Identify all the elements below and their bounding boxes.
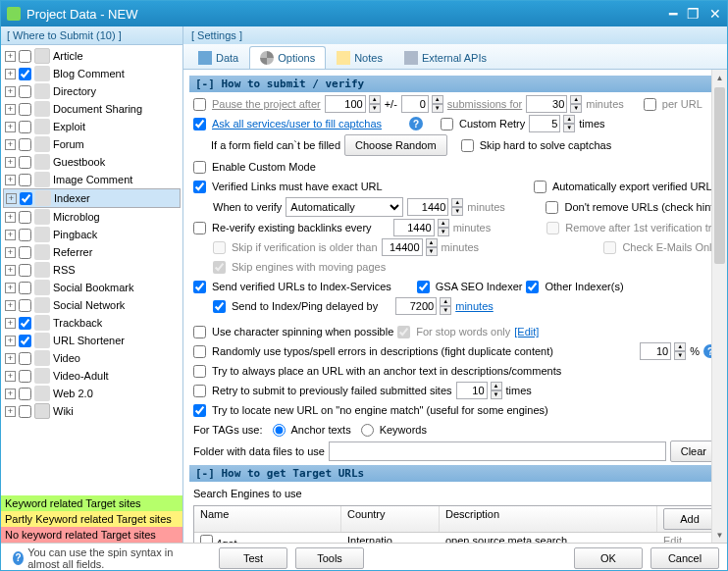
expand-icon[interactable]: +	[5, 353, 16, 364]
table-row[interactable]: 4get Internatio open source meta search …	[194, 533, 716, 543]
edit-stopwords-link[interactable]: [Edit]	[514, 326, 539, 337]
when-verify-select[interactable]: Automatically	[286, 197, 403, 217]
category-checkbox[interactable]	[19, 138, 31, 151]
tree-item-microblog[interactable]: +Microblog	[3, 208, 181, 226]
category-checkbox[interactable]	[19, 405, 31, 418]
retry-failed-checkbox[interactable]	[193, 385, 206, 397]
ask-captcha-checkbox[interactable]	[193, 118, 206, 130]
ping-delay-input[interactable]	[395, 297, 437, 315]
maximize-icon[interactable]: ❐	[687, 6, 700, 22]
send-ping-delayed-checkbox[interactable]	[213, 300, 226, 313]
pause-count-input[interactable]	[325, 95, 366, 113]
tree-item-pingback[interactable]: +Pingback	[3, 226, 181, 243]
add-button[interactable]: Add	[663, 508, 716, 530]
category-checkbox[interactable]	[19, 211, 31, 224]
ok-button[interactable]: OK	[574, 547, 643, 569]
variance-input[interactable]	[401, 95, 429, 113]
expand-icon[interactable]: +	[5, 139, 16, 150]
send-index-services-checkbox[interactable]	[193, 281, 206, 293]
expand-icon[interactable]: +	[5, 230, 16, 240]
enable-custom-mode-checkbox[interactable]	[193, 161, 206, 174]
spinner[interactable]: ▲▼	[438, 219, 449, 236]
spinner[interactable]: ▲▼	[440, 297, 451, 315]
expand-icon[interactable]: +	[5, 265, 16, 276]
category-checkbox[interactable]	[19, 103, 31, 116]
submissions-for-link[interactable]: submissions for	[447, 98, 522, 110]
minutes-link[interactable]: minutes	[455, 300, 494, 312]
spinner[interactable]: ▲▼	[432, 95, 443, 113]
auto-export-checkbox[interactable]	[534, 181, 546, 193]
category-checkbox[interactable]	[20, 192, 32, 205]
col-country[interactable]: Country	[341, 506, 440, 532]
submissions-minutes-input[interactable]	[526, 95, 567, 113]
anchor-texts-radio[interactable]	[273, 424, 286, 437]
spinner[interactable]: ▲▼	[426, 238, 438, 256]
cancel-button[interactable]: Cancel	[650, 547, 719, 569]
char-spinning-checkbox[interactable]	[193, 326, 206, 338]
tree-item-image-comment[interactable]: +Image Comment	[3, 171, 181, 188]
category-checkbox[interactable]	[19, 156, 31, 169]
expand-icon[interactable]: +	[5, 318, 16, 329]
typos-pct-input[interactable]	[640, 342, 671, 360]
category-checkbox[interactable]	[19, 85, 31, 98]
expand-icon[interactable]: +	[5, 371, 16, 382]
other-indexer-checkbox[interactable]	[526, 281, 539, 293]
engine-checkbox[interactable]	[200, 535, 213, 543]
expand-icon[interactable]: +	[5, 69, 16, 79]
tree-item-wiki[interactable]: +Wiki	[3, 402, 181, 420]
section-target-urls[interactable]: [-] How to get Target URLs	[189, 465, 721, 482]
verified-links-exact-checkbox[interactable]	[193, 181, 206, 193]
tree-item-url-shortener[interactable]: +URL Shortener	[3, 332, 181, 349]
tree-item-social-bookmark[interactable]: +Social Bookmark	[3, 279, 181, 296]
custom-retry-checkbox[interactable]	[441, 118, 453, 130]
expand-icon[interactable]: +	[5, 175, 16, 185]
pause-project-link[interactable]: Pause the project after	[212, 98, 321, 110]
spinner[interactable]: ▲▼	[451, 198, 463, 216]
typos-checkbox[interactable]	[193, 345, 206, 358]
pause-project-checkbox[interactable]	[193, 98, 206, 111]
choose-random-button[interactable]: Choose Random	[344, 134, 447, 156]
expand-icon[interactable]: +	[5, 157, 16, 168]
section-how-submit[interactable]: [-] How to submit / verify	[189, 76, 721, 92]
tab-external-apis[interactable]: External APIs	[393, 46, 497, 69]
scroll-down-icon[interactable]: ▼	[712, 527, 727, 543]
category-checkbox[interactable]	[19, 121, 31, 133]
expand-icon[interactable]: +	[5, 104, 16, 115]
tree-item-exploit[interactable]: +Exploit	[3, 118, 181, 135]
expand-icon[interactable]: +	[5, 122, 16, 132]
tree-item-article[interactable]: +Article	[3, 47, 181, 65]
per-url-checkbox[interactable]	[644, 98, 656, 111]
col-description[interactable]: Description	[440, 506, 657, 532]
category-tree[interactable]: +Article+Blog Comment+Directory+Document…	[1, 45, 182, 495]
tree-item-referrer[interactable]: +Referrer	[3, 243, 181, 261]
custom-retry-input[interactable]	[529, 115, 560, 132]
category-checkbox[interactable]	[19, 282, 31, 294]
expand-icon[interactable]: +	[5, 212, 16, 223]
category-checkbox[interactable]	[19, 264, 31, 277]
spinner[interactable]: ▲▼	[570, 95, 582, 113]
folder-input[interactable]	[329, 441, 666, 461]
category-checkbox[interactable]	[19, 299, 31, 312]
expand-icon[interactable]: +	[5, 336, 16, 346]
tab-notes[interactable]: Notes	[326, 46, 393, 69]
category-checkbox[interactable]	[19, 388, 31, 400]
category-checkbox[interactable]	[19, 335, 31, 347]
category-checkbox[interactable]	[19, 229, 31, 241]
tab-data[interactable]: Data	[187, 46, 249, 69]
skip-hard-captcha-checkbox[interactable]	[461, 139, 474, 152]
expand-icon[interactable]: +	[5, 300, 16, 311]
skip-older-minutes-input[interactable]	[382, 238, 423, 256]
category-checkbox[interactable]	[19, 68, 31, 80]
retry-times-input[interactable]	[456, 382, 488, 399]
spinner[interactable]: ▲▼	[563, 115, 575, 132]
category-checkbox[interactable]	[19, 246, 31, 259]
tree-item-blog-comment[interactable]: +Blog Comment	[3, 65, 181, 82]
spinner[interactable]: ▲▼	[491, 382, 502, 399]
spinner[interactable]: ▲▼	[369, 95, 381, 113]
close-icon[interactable]: ✕	[709, 6, 721, 22]
locate-new-url-checkbox[interactable]	[193, 404, 206, 417]
gsa-indexer-checkbox[interactable]	[417, 281, 430, 293]
expand-icon[interactable]: +	[6, 193, 17, 204]
ask-captcha-link[interactable]: Ask all services/user to fill captchas	[212, 118, 382, 130]
spinner[interactable]: ▲▼	[674, 342, 686, 360]
